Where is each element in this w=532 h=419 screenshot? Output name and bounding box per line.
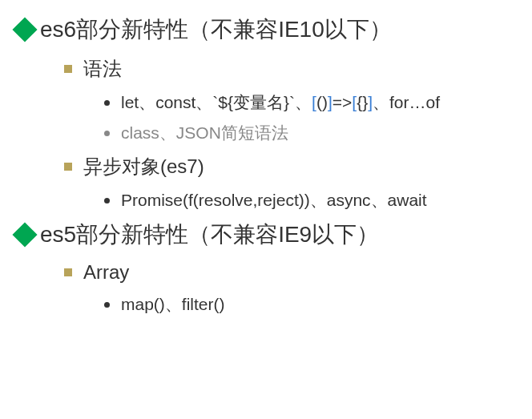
item-class-json: class、JSON简短语法 bbox=[104, 122, 516, 144]
bullet-icon bbox=[104, 302, 110, 308]
subheading-async: 异步对象(es7) bbox=[64, 154, 516, 179]
subheading-syntax: 语法 bbox=[64, 56, 516, 82]
square-icon bbox=[64, 268, 72, 276]
bullet-icon bbox=[104, 198, 110, 203]
heading-es6-text: es6部分新特性（不兼容IE10以下） bbox=[40, 14, 392, 45]
square-icon bbox=[64, 65, 72, 73]
subheading-array: Array bbox=[64, 261, 516, 284]
bullet-icon bbox=[104, 100, 110, 106]
item-promise-text: Promise(f(resolve,reject))、async、await bbox=[121, 189, 427, 212]
item-let-const-text: let、const、`${变量名}`、[()]=>[{}]、for…of bbox=[121, 91, 440, 114]
subheading-async-text: 异步对象(es7) bbox=[83, 154, 204, 179]
diamond-icon bbox=[12, 222, 37, 247]
item-promise: Promise(f(resolve,reject))、async、await bbox=[104, 189, 516, 212]
item-let-const: let、const、`${变量名}`、[()]=>[{}]、for…of bbox=[104, 91, 516, 114]
subheading-syntax-text: 语法 bbox=[83, 56, 122, 82]
bullet-icon bbox=[104, 131, 110, 136]
item-map-filter: map()、filter() bbox=[104, 293, 516, 316]
item-map-filter-text: map()、filter() bbox=[121, 293, 225, 316]
heading-es5: es5部分新特性（不兼容IE9以下） bbox=[16, 220, 516, 250]
item-class-json-text: class、JSON简短语法 bbox=[121, 122, 288, 144]
subheading-array-text: Array bbox=[83, 261, 129, 284]
diamond-icon bbox=[12, 17, 37, 42]
heading-es5-text: es5部分新特性（不兼容IE9以下） bbox=[40, 220, 379, 250]
square-icon bbox=[64, 163, 72, 171]
outline-root: es6部分新特性（不兼容IE10以下） 语法 let、const、`${变量名}… bbox=[0, 0, 532, 332]
heading-es6: es6部分新特性（不兼容IE10以下） bbox=[16, 14, 516, 45]
